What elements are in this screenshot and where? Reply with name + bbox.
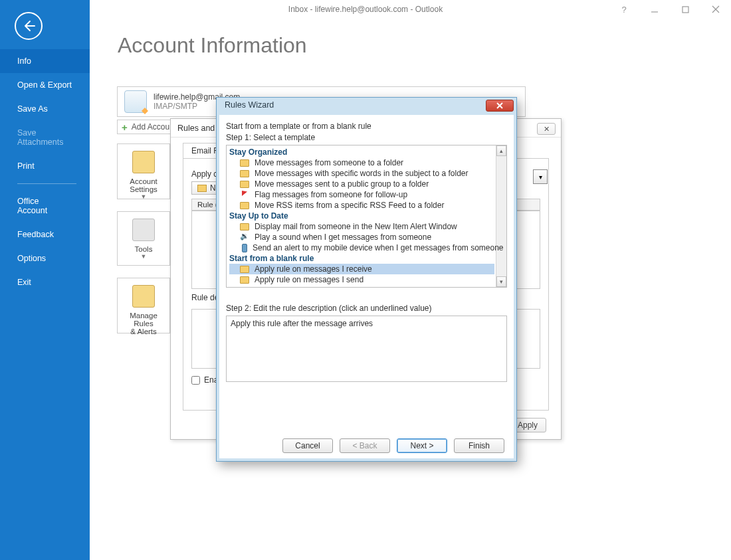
- sound-icon: [240, 233, 249, 242]
- template-item[interactable]: Move RSS items from a specific RSS Feed …: [229, 200, 494, 211]
- wizard-step2-label: Step 2: Edit the rule description (click…: [226, 304, 507, 313]
- template-scrollbar[interactable]: ▴ ▾: [496, 145, 506, 287]
- chevron-down-icon: ▼: [123, 253, 164, 260]
- template-group-heading: Stay Up to Date: [229, 211, 494, 221]
- rule-description-text: Apply this rule after the message arrive…: [231, 319, 373, 328]
- template-item[interactable]: Play a sound when I get messages from so…: [229, 232, 494, 242]
- template-item[interactable]: Move messages with specific words in the…: [229, 168, 494, 179]
- sidebar-item-office-account[interactable]: Office Account: [0, 189, 90, 223]
- sidebar-item-options[interactable]: Options: [0, 246, 90, 270]
- template-item-label: Play a sound when I get messages from so…: [255, 233, 431, 242]
- template-item[interactable]: Apply rule on messages I send: [229, 274, 494, 285]
- template-item[interactable]: Move messages from someone to a folder: [229, 157, 494, 168]
- rule-description-preview: Apply this rule after the message arrive…: [226, 316, 507, 382]
- template-listbox[interactable]: ▴ ▾ Stay OrganizedMove messages from som…: [226, 145, 507, 288]
- folder-icon: [240, 266, 249, 273]
- template-item-label: Move messages sent to a public group to …: [255, 179, 429, 189]
- maximize-button[interactable]: [670, 0, 700, 19]
- app-titlebar: Inbox - lifewire.help@outlook.com - Outl…: [0, 0, 731, 19]
- wizard-step1-label: Step 1: Select a template: [226, 133, 507, 142]
- template-group-heading: Stay Organized: [229, 147, 494, 157]
- wizard-close-button[interactable]: [486, 100, 514, 112]
- rules-dlg-close-button[interactable]: ✕: [537, 123, 556, 135]
- next-button[interactable]: Next >: [397, 438, 447, 453]
- account-settings-panel[interactable]: Account Settings ▼: [117, 143, 170, 199]
- template-item[interactable]: Send an alert to my mobile device when I…: [229, 242, 494, 253]
- folder-icon: [240, 223, 249, 231]
- folder-icon: [240, 202, 249, 209]
- flag-icon: [240, 190, 249, 199]
- sidebar-item-info[interactable]: Info: [0, 49, 90, 73]
- sidebar-item-exit[interactable]: Exit: [0, 270, 90, 294]
- template-item-label: Apply rule on messages I send: [255, 275, 364, 284]
- template-item-label: Move RSS items from a specific RSS Feed …: [255, 201, 444, 210]
- folder-icon: [240, 159, 249, 167]
- manage-rules-label: Manage Rules & Alerts: [123, 312, 164, 335]
- new-rule-icon: [197, 185, 207, 192]
- template-item-label: Apply rule on messages I receive: [255, 264, 372, 274]
- account-icon: [124, 90, 147, 113]
- folder-icon: [240, 170, 249, 177]
- sidebar-item-open-export[interactable]: Open & Export: [0, 73, 90, 97]
- tools-label: Tools: [123, 245, 164, 253]
- sidebar-item-save-attachments: Save Attachments: [0, 121, 90, 154]
- sidebar-item-print[interactable]: Print: [0, 154, 90, 178]
- phone-icon: [242, 244, 247, 252]
- template-item[interactable]: Display mail from someone in the New Ite…: [229, 221, 494, 232]
- minimize-button[interactable]: [639, 0, 670, 19]
- svg-rect-1: [682, 7, 688, 13]
- chevron-down-icon: ▼: [123, 193, 164, 200]
- account-settings-icon: [132, 151, 155, 173]
- cancel-button[interactable]: Cancel: [282, 438, 333, 453]
- scroll-down-arrow[interactable]: ▾: [496, 276, 506, 287]
- tools-icon: [132, 219, 155, 241]
- template-item[interactable]: Flag messages from someone for follow-up: [229, 189, 494, 200]
- template-item-label: Display mail from someone in the New Ite…: [255, 222, 457, 231]
- back-button[interactable]: [15, 12, 43, 40]
- account-settings-label: Account Settings: [123, 177, 164, 193]
- tools-panel[interactable]: Tools ▼: [117, 211, 170, 266]
- template-item-label: Send an alert to my mobile device when I…: [253, 243, 504, 252]
- scroll-up-arrow[interactable]: ▴: [496, 145, 506, 156]
- template-item-label: Move messages from someone to a folder: [255, 158, 403, 167]
- wizard-title: Rules Wizard: [225, 100, 274, 110]
- rules-wizard-dialog: Rules Wizard Start from a template or fr…: [216, 97, 517, 462]
- close-button[interactable]: [700, 0, 731, 19]
- template-item[interactable]: Apply rule on messages I receive: [229, 264, 494, 274]
- page-title: Account Information: [118, 33, 731, 58]
- folder-icon: [240, 181, 249, 188]
- wizard-start-line: Start from a template or from a blank ru…: [226, 122, 507, 131]
- sidebar-item-feedback[interactable]: Feedback: [0, 223, 90, 246]
- finish-button[interactable]: Finish: [454, 438, 504, 453]
- template-item-label: Flag messages from someone for follow-up: [255, 190, 407, 199]
- template-item[interactable]: Move messages sent to a public group to …: [229, 179, 494, 189]
- plus-icon: +: [122, 122, 128, 133]
- manage-rules-icon: [132, 285, 155, 308]
- help-button[interactable]: ?: [609, 0, 639, 19]
- template-item-label: Move messages with specific words in the…: [255, 169, 468, 178]
- sidebar-item-save-as[interactable]: Save As: [0, 97, 90, 121]
- backstage-sidebar: InfoOpen & ExportSave AsSave Attachments…: [0, 0, 90, 560]
- manage-rules-panel[interactable]: Manage Rules & Alerts: [117, 278, 170, 333]
- folder-icon: [240, 276, 249, 284]
- back-button: < Back: [340, 438, 390, 453]
- template-group-heading: Start from a blank rule: [229, 253, 494, 264]
- window-title: Inbox - lifewire.help@outlook.com - Outl…: [288, 5, 443, 14]
